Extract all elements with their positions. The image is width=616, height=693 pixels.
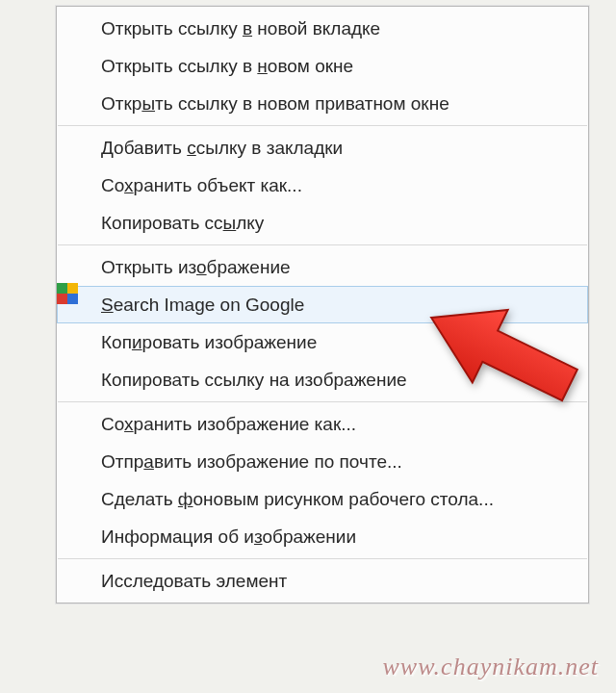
- context-menu-item[interactable]: Информация об изображении: [57, 518, 588, 555]
- context-menu-item-label: Исследовать элемент: [101, 571, 287, 592]
- context-menu-item[interactable]: Сделать фоновым рисунком рабочего стола.…: [57, 480, 588, 518]
- context-menu: Открыть ссылку в новой вкладкеОткрыть сс…: [56, 6, 589, 603]
- context-menu-item-label: Копировать ссылку: [101, 213, 264, 234]
- context-menu-item-label: Добавить ссылку в закладки: [101, 138, 343, 159]
- context-menu-item[interactable]: Копировать изображение: [57, 323, 588, 361]
- watermark-text: www.chaynikam.net: [383, 653, 599, 681]
- google-icon: [67, 294, 90, 317]
- context-menu-item-label: Информация об изображении: [101, 526, 356, 548]
- context-menu-item-label: Открыть ссылку в новом окне: [101, 56, 353, 77]
- context-menu-item[interactable]: Исследовать элемент: [57, 562, 588, 600]
- context-menu-item[interactable]: Отправить изображение по почте...: [57, 443, 588, 480]
- menu-separator: [58, 558, 587, 559]
- context-menu-item-label: Открыть ссылку в новой вкладке: [101, 18, 380, 39]
- context-menu-item[interactable]: Сохранить изображение как...: [57, 405, 588, 443]
- context-menu-item-label: Копировать изображение: [101, 332, 317, 353]
- context-menu-item-label: Открыть изображение: [101, 257, 291, 278]
- context-menu-item-label: Отправить изображение по почте...: [101, 451, 402, 473]
- context-menu-item[interactable]: Сохранить объект как...: [57, 167, 588, 204]
- context-menu-item-label: Сохранить объект как...: [101, 175, 302, 196]
- context-menu-item[interactable]: Открыть ссылку в новом окне: [57, 47, 588, 85]
- menu-separator: [58, 401, 587, 402]
- context-menu-item-label: Открыть ссылку в новом приватном окне: [101, 93, 449, 115]
- context-menu-item[interactable]: Добавить ссылку в закладки: [57, 129, 588, 167]
- context-menu-item[interactable]: Открыть ссылку в новой вкладке: [57, 10, 588, 47]
- context-menu-item[interactable]: Копировать ссылку: [57, 204, 588, 242]
- context-menu-item-label: Сделать фоновым рисунком рабочего стола.…: [101, 489, 494, 510]
- menu-separator: [58, 244, 587, 245]
- context-menu-item[interactable]: Открыть изображение: [57, 248, 588, 286]
- menu-separator: [58, 125, 587, 126]
- context-menu-item[interactable]: Search Image on Google: [57, 286, 588, 323]
- context-menu-item-label: Копировать ссылку на изображение: [101, 370, 407, 391]
- context-menu-item[interactable]: Копировать ссылку на изображение: [57, 361, 588, 398]
- context-menu-item-label: Сохранить изображение как...: [101, 414, 356, 435]
- context-menu-item-label: Search Image on Google: [101, 295, 304, 316]
- context-menu-item[interactable]: Открыть ссылку в новом приватном окне: [57, 85, 588, 122]
